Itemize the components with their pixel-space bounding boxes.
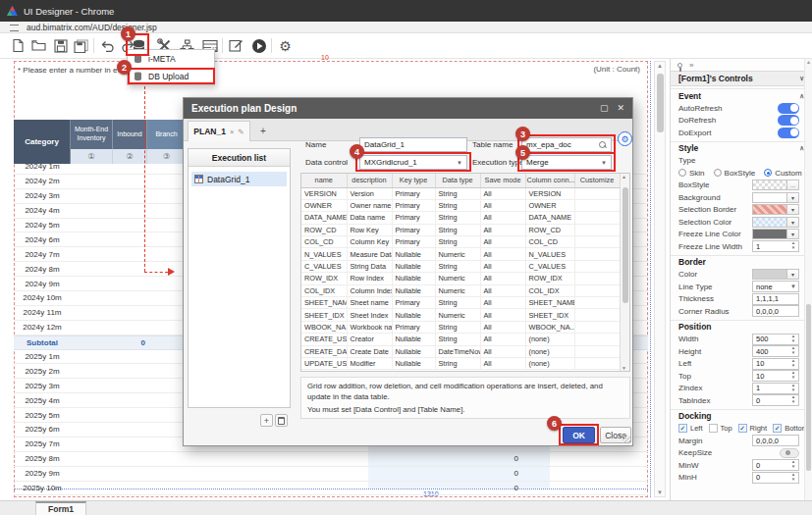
grid-cell[interactable]: All <box>480 187 525 199</box>
margin-input[interactable]: 0,0,0,0 <box>752 435 799 446</box>
grid-row[interactable]: VERSIONVersionPrimaryStringAllVERSION <box>301 187 620 199</box>
scroll-down-icon[interactable]: ▼ <box>622 365 626 371</box>
table-row[interactable]: 2025y 8m0 <box>14 452 648 467</box>
grid-cell[interactable]: Primary <box>392 212 435 224</box>
autorefresh-toggle[interactable] <box>778 103 799 114</box>
menu-item-db-upload[interactable]: DB Upload <box>128 68 214 85</box>
grid-cell[interactable]: Nullable <box>392 248 435 260</box>
grid-cell[interactable]: ROW_CD <box>301 224 347 235</box>
grid-cell[interactable]: String Data <box>347 260 392 272</box>
selection-color-picker-button[interactable]: ▾ <box>787 217 799 228</box>
grid-cell[interactable]: Numeric <box>435 309 480 321</box>
grid-cell[interactable]: All <box>480 248 525 260</box>
table-row[interactable]: 2025y 9m0 <box>14 467 648 482</box>
grid-cell[interactable]: All <box>480 334 525 345</box>
spinner-arrows-icon[interactable]: ▲ ▼ <box>789 346 797 356</box>
grid-cell[interactable]: String <box>435 199 480 211</box>
grid-row[interactable]: COL_CDColumn KeyPrimaryStringAllCOL_CD <box>301 236 620 248</box>
grid-row[interactable]: CREATE_USERCreatorNullableStringAll(none… <box>301 334 620 345</box>
freeze-line-color-picker-button[interactable]: ▾ <box>787 229 799 239</box>
spinner-arrows-icon[interactable]: ▲ ▼ <box>789 241 797 251</box>
keepsize-toggle[interactable] <box>780 448 799 458</box>
tabindex-stepper[interactable]: 0▲ ▼ <box>752 394 799 406</box>
grid-cell[interactable]: (none) <box>525 357 574 369</box>
grid-column-header[interactable]: description <box>347 174 392 187</box>
column-header-category[interactable]: Category <box>14 120 71 164</box>
grid-row[interactable]: COL_IDXColumn IndexNullableNumericAllCOL… <box>301 284 620 296</box>
tab-form1[interactable]: Form1 <box>35 501 86 515</box>
close-icon[interactable]: ✕ <box>617 104 624 113</box>
grid-cell[interactable]: All <box>480 297 525 309</box>
grid-row[interactable]: ROW_IDXRow IndexNullableNumericAllROW_ID… <box>301 273 620 284</box>
grid-cell[interactable]: (none) <box>525 334 574 345</box>
grid-header-row[interactable]: namedescriptionKey typeData typeSave mod… <box>301 174 620 187</box>
grid-cell[interactable]: Primary <box>392 297 435 309</box>
grid-row[interactable]: CREATE_DATECreate DateNullableDateTimeNo… <box>301 345 620 357</box>
grid-cell[interactable]: String <box>435 212 480 224</box>
table-row[interactable]: 2025y 10m0 <box>14 482 648 496</box>
table-settings-icon[interactable]: ⚙ <box>618 131 632 146</box>
new-file-icon[interactable] <box>8 36 27 55</box>
scroll-up-icon[interactable]: ▲ <box>622 174 626 180</box>
settings-icon[interactable]: ⚙ <box>276 36 295 55</box>
grid-cell[interactable]: C_VALUES <box>301 260 347 272</box>
scroll-up-icon[interactable]: ▲ <box>655 63 665 69</box>
grid-cell[interactable]: All <box>480 273 525 284</box>
tab-close-icon[interactable]: × <box>230 128 234 136</box>
boxstyle-picker-button[interactable]: ... <box>787 180 799 190</box>
save-icon[interactable] <box>51 36 70 55</box>
section-style[interactable]: Style ∧ <box>671 141 812 155</box>
grid-cell[interactable]: String <box>435 321 480 333</box>
grid-cell[interactable]: All <box>480 357 525 369</box>
scroll-up-icon[interactable]: ▲ <box>805 59 812 65</box>
grid-cell[interactable]: N_VALUES <box>525 248 574 260</box>
grid-cell[interactable]: ROW_CD <box>525 224 574 235</box>
grid-cell[interactable]: Workbook na... <box>347 321 392 333</box>
grid-cell[interactable]: All <box>480 345 525 357</box>
table-row[interactable]: 2025y 11m0 <box>14 495 648 498</box>
section-border[interactable]: Border <box>671 255 812 269</box>
grid-cell[interactable] <box>574 212 620 224</box>
grid-cell[interactable] <box>574 260 620 272</box>
resize-grip[interactable] <box>623 436 630 443</box>
grid-cell[interactable] <box>574 345 620 357</box>
grid-row[interactable]: SHEET_NAMESheet namePrimaryStringAllSHEE… <box>301 297 620 309</box>
height-stepper[interactable]: 400▲ ▼ <box>752 345 799 357</box>
grid-cell[interactable]: COL_IDX <box>301 284 347 296</box>
grid-cell[interactable]: String <box>435 224 480 235</box>
grid-row[interactable]: WBOOK_NA...Workbook na...PrimaryStringAl… <box>301 321 620 333</box>
thickness-input[interactable]: 1,1,1,1 <box>752 293 799 305</box>
grid-cell[interactable]: COL_CD <box>301 236 347 248</box>
undo-icon[interactable] <box>98 36 117 55</box>
grid-cell[interactable]: Modifier <box>347 357 392 369</box>
grid-cell[interactable]: CREATE_USER <box>301 334 347 345</box>
menu-item-imeta[interactable]: i-META <box>128 50 214 68</box>
spinner-arrows-icon[interactable]: ▲ ▼ <box>789 473 797 483</box>
edit-icon[interactable] <box>227 36 245 55</box>
dock-checkbox-left[interactable]: ✓Left <box>678 424 703 433</box>
grid-row[interactable]: UPDATE_USERModifierNullableStringAll(non… <box>301 357 620 369</box>
grid-cell[interactable]: Sheet Index <box>347 309 392 321</box>
corner-radius-input[interactable]: 0,0,0,0 <box>752 305 799 317</box>
grid-cell[interactable]: Data name <box>347 212 392 224</box>
grid-scrollbar[interactable]: ▲ ▼ <box>620 174 629 371</box>
grid-cell[interactable]: ROW_IDX <box>301 273 347 284</box>
grid-cell[interactable]: String <box>435 334 480 345</box>
grid-cell[interactable] <box>574 321 620 333</box>
grid-cell[interactable]: Measure Data <box>347 248 392 260</box>
grid-cell[interactable]: ROW_IDX <box>525 273 574 284</box>
grid-cell[interactable]: Primary <box>392 187 435 199</box>
spinner-arrows-icon[interactable]: ▲ ▼ <box>789 335 797 344</box>
grid-cell[interactable]: CREATE_DATE <box>301 345 347 357</box>
grid-cell[interactable]: Primary <box>392 224 435 235</box>
grid-cell[interactable] <box>574 309 620 321</box>
radio-option-custom[interactable]: Custom <box>764 169 802 178</box>
add-plan-item-button[interactable]: + <box>260 414 273 427</box>
page-info-icon[interactable] <box>10 25 19 31</box>
grid-row[interactable]: ROW_CDRow KeyPrimaryStringAllROW_CD <box>301 224 620 235</box>
spinner-arrows-icon[interactable]: ▲ ▼ <box>789 359 797 369</box>
minw-stepper[interactable]: 0▲ ▼ <box>752 459 799 471</box>
grid-cell[interactable]: String <box>435 260 480 272</box>
run-icon[interactable] <box>249 36 268 55</box>
grid-cell[interactable]: COL_CD <box>525 236 574 248</box>
